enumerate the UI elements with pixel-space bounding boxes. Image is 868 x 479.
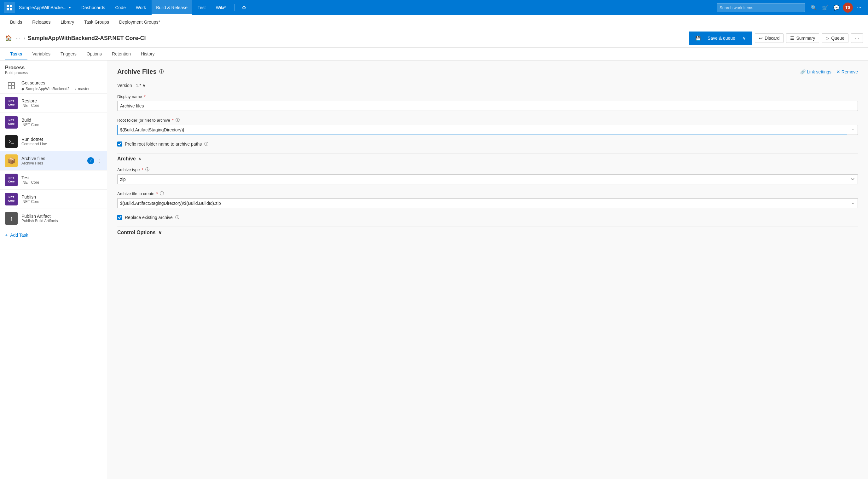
version-row: Version 1.* ∨ bbox=[117, 83, 858, 88]
run-dotnet-name: Run dotnet bbox=[22, 137, 102, 142]
chat-icon[interactable]: 💬 bbox=[831, 2, 841, 12]
archive-type-group: Archive type * ⓘ zip tar 7z bbox=[117, 167, 858, 184]
archive-name: Archive files bbox=[22, 156, 87, 161]
tab-retention[interactable]: Retention bbox=[107, 47, 136, 60]
root-folder-input-group: ··· bbox=[117, 125, 858, 135]
task-item-publish[interactable]: NET Core Publish .NET Core bbox=[0, 190, 107, 209]
nav-deployment-groups[interactable]: Deployment Groups* bbox=[114, 15, 165, 29]
more-actions-button[interactable]: ··· bbox=[851, 33, 863, 43]
replace-existing-checkbox[interactable] bbox=[117, 215, 122, 220]
get-sources-icon bbox=[5, 79, 18, 92]
run-dotnet-sub: Command Line bbox=[22, 142, 102, 146]
archive-files-info-icon[interactable]: ⓘ bbox=[159, 69, 163, 75]
task-item-test[interactable]: NET Core Test .NET Core bbox=[0, 170, 107, 190]
nav-item-test[interactable]: Test bbox=[193, 0, 210, 15]
remove-x-icon: ✕ bbox=[836, 69, 840, 74]
archive-type-select[interactable]: zip tar 7z bbox=[117, 174, 858, 184]
top-navigation: SampleAppWithBacke... ▾ Dashboards Code … bbox=[0, 0, 868, 15]
run-dotnet-icon: >_ bbox=[5, 135, 18, 148]
prefix-root-folder-info-icon[interactable]: ⓘ bbox=[204, 141, 208, 147]
add-task-label: Add Task bbox=[10, 232, 28, 237]
get-sources-item[interactable]: Get sources ◆ SampleAppWithBackend2 ⑂ ma… bbox=[0, 76, 107, 94]
panel-header-actions: 🔗 Link settings ✕ Remove bbox=[800, 69, 858, 74]
tab-tasks[interactable]: Tasks bbox=[5, 47, 27, 60]
task-item-publish-artifact[interactable]: ↑ Publish Artifact Publish Build Artifac… bbox=[0, 209, 107, 228]
queue-icon: ▷ bbox=[826, 36, 829, 41]
build-name: Build bbox=[22, 118, 102, 123]
link-settings-button[interactable]: 🔗 Link settings bbox=[800, 69, 831, 74]
version-dropdown[interactable]: 1.* ∨ bbox=[136, 83, 146, 88]
nav-item-dashboards[interactable]: Dashboards bbox=[77, 0, 110, 15]
archive-file-group: Archive file to create * ⓘ ··· bbox=[117, 191, 858, 208]
test-name: Test bbox=[22, 175, 102, 180]
tab-history[interactable]: History bbox=[136, 47, 160, 60]
svg-rect-6 bbox=[8, 86, 11, 89]
svg-rect-1 bbox=[10, 5, 12, 7]
root-folder-browse-button[interactable]: ··· bbox=[847, 125, 858, 135]
discard-icon: ↩ bbox=[759, 36, 763, 41]
task-item-archive-files[interactable]: 📦 Archive files Archive Files ✓ ⋮ bbox=[0, 151, 107, 170]
nav-item-build-release[interactable]: Build & Release bbox=[152, 0, 192, 15]
home-icon[interactable]: 🏠 bbox=[5, 35, 12, 41]
replace-existing-info-icon[interactable]: ⓘ bbox=[175, 215, 179, 220]
nav-task-groups[interactable]: Task Groups bbox=[79, 15, 114, 29]
publish-icon: NET Core bbox=[5, 193, 18, 205]
archive-file-label: Archive file to create * ⓘ bbox=[117, 191, 858, 196]
control-options-header[interactable]: Control Options ∨ bbox=[117, 227, 858, 235]
task-item-restore[interactable]: NET Core Restore .NET Core bbox=[0, 94, 107, 113]
prefix-root-folder-row: Prefix root folder name to archive paths… bbox=[117, 141, 858, 147]
breadcrumb: 🏠 ··· › SampleAppWithBackend2-ASP.NET Co… bbox=[0, 29, 868, 47]
search-icon[interactable]: 🔍 bbox=[809, 2, 819, 12]
publish-artifact-sub: Publish Build Artifacts bbox=[22, 219, 102, 223]
test-info: Test .NET Core bbox=[22, 175, 102, 185]
test-sub: .NET Core bbox=[22, 180, 102, 185]
remove-button[interactable]: ✕ Remove bbox=[836, 69, 858, 74]
nav-item-wiki[interactable]: Wiki* bbox=[212, 0, 230, 15]
nav-item-work[interactable]: Work bbox=[131, 0, 150, 15]
notifications-icon[interactable]: 🛒 bbox=[820, 2, 830, 12]
root-folder-info-icon[interactable]: ⓘ bbox=[176, 117, 180, 123]
restore-info: Restore .NET Core bbox=[22, 98, 102, 108]
nav-builds[interactable]: Builds bbox=[5, 15, 27, 29]
archive-type-info-icon[interactable]: ⓘ bbox=[145, 167, 149, 172]
prefix-root-folder-checkbox[interactable] bbox=[117, 141, 122, 147]
archive-file-info-icon[interactable]: ⓘ bbox=[160, 191, 164, 196]
add-task-button[interactable]: + Add Task bbox=[0, 228, 107, 242]
archive-file-browse-button[interactable]: ··· bbox=[847, 198, 858, 208]
tab-variables[interactable]: Variables bbox=[27, 47, 56, 60]
breadcrumb-more-icon[interactable]: ··· bbox=[14, 34, 21, 42]
archive-file-input[interactable] bbox=[117, 198, 847, 208]
discard-button[interactable]: ↩ Discard bbox=[755, 33, 783, 43]
archive-section-chevron-icon: ∧ bbox=[138, 157, 141, 161]
tab-triggers[interactable]: Triggers bbox=[56, 47, 82, 60]
project-name[interactable]: SampleAppWithBacke... bbox=[19, 5, 66, 10]
task-panel: Process Build process Get sources ◆ Samp… bbox=[0, 61, 107, 479]
nav-releases[interactable]: Releases bbox=[27, 15, 56, 29]
process-subtitle: Build process bbox=[5, 71, 102, 75]
save-queue-button[interactable]: 💾 Save & queue ∨ bbox=[689, 32, 752, 45]
test-icon: NET Core bbox=[5, 173, 18, 186]
search-box[interactable]: Search work items bbox=[717, 3, 805, 12]
svg-rect-7 bbox=[12, 86, 14, 89]
run-dotnet-info: Run dotnet Command Line bbox=[22, 137, 102, 146]
more-options-icon[interactable]: ··· bbox=[854, 2, 864, 12]
queue-button[interactable]: ▷ Queue bbox=[822, 33, 848, 43]
archive-section-header[interactable]: Archive ∧ bbox=[117, 153, 858, 162]
project-chevron-icon[interactable]: ▾ bbox=[69, 6, 71, 9]
save-queue-chevron-icon[interactable]: ∨ bbox=[740, 34, 748, 42]
version-label: Version bbox=[117, 83, 132, 88]
nav-item-code[interactable]: Code bbox=[111, 0, 130, 15]
restore-name: Restore bbox=[22, 98, 102, 103]
task-item-run-dotnet[interactable]: >_ Run dotnet Command Line bbox=[0, 132, 107, 151]
save-icon: 💾 bbox=[693, 34, 703, 42]
display-name-input[interactable] bbox=[117, 101, 858, 111]
tab-options[interactable]: Options bbox=[82, 47, 107, 60]
display-name-group: Display name * bbox=[117, 94, 858, 111]
nav-library[interactable]: Library bbox=[56, 15, 80, 29]
task-item-build[interactable]: NET Core Build .NET Core bbox=[0, 113, 107, 132]
user-avatar[interactable]: TS bbox=[843, 2, 853, 12]
app-logo[interactable] bbox=[4, 2, 15, 13]
settings-icon[interactable]: ⚙ bbox=[238, 2, 250, 13]
root-folder-input[interactable] bbox=[117, 125, 847, 135]
summary-button[interactable]: ☰ Summary bbox=[786, 33, 819, 43]
